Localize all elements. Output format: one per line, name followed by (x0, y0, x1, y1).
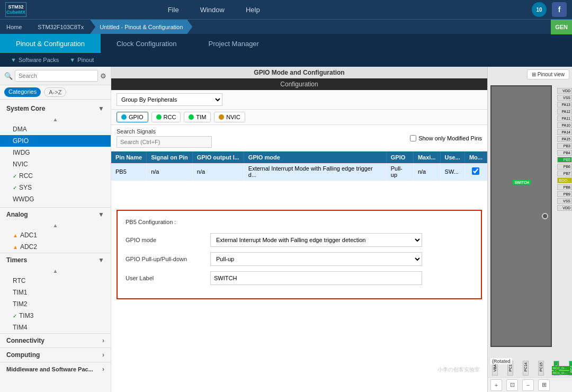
th-gpio-mode[interactable]: GPIO mode (244, 152, 386, 163)
pin-pa13: PA13 (557, 102, 572, 108)
scroll-up-btn[interactable]: ▲ (0, 115, 111, 123)
modified-pins-checkbox[interactable] (410, 135, 416, 141)
chip-body: SWITCH (490, 85, 552, 347)
tab-az[interactable]: A->Z (44, 87, 66, 97)
rcc-osc-out-label: RCC_OSC_OUT (552, 371, 570, 375)
timers-header[interactable]: Timers ▼ (0, 253, 111, 267)
user-label-input[interactable] (210, 271, 422, 285)
pinout-view-button[interactable]: ⊞ Pinout view (527, 69, 569, 79)
tab-categories[interactable]: Categories (4, 87, 41, 97)
computing-header[interactable]: Computing › (0, 348, 111, 362)
breadcrumb-home[interactable]: Home (0, 20, 31, 34)
th-pin-name[interactable]: Pin Name (111, 152, 147, 163)
pin-pa12: PA12 (557, 109, 572, 114)
logo-area: STM32 CubeMX (5, 2, 26, 17)
gpio-tab-rcc[interactable]: RCC (151, 112, 181, 122)
middleware-header[interactable]: Middleware and Software Pac... › (0, 362, 111, 376)
sidebar-item-nvic[interactable]: NVIC (0, 158, 111, 170)
pin-pb7: PB7 (557, 171, 572, 176)
user-label-row: User Label (126, 271, 473, 285)
group-by-select[interactable]: Group By Peripherals (117, 93, 222, 106)
subtab-pinout[interactable]: ▼ Pinout (69, 57, 94, 63)
sidebar-item-tim4[interactable]: TIM4 (0, 322, 111, 333)
sidebar-item-dma[interactable]: DMA (0, 123, 111, 135)
menu-window[interactable]: Window (200, 6, 225, 14)
th-mo[interactable]: Mo... (464, 152, 487, 163)
gpio-pull-select[interactable]: Pull-up (210, 252, 422, 266)
rcc-osc-in-label: RCC_OSC_IN (552, 366, 570, 370)
arrow-icon-2: ▼ (69, 57, 75, 63)
analog-header[interactable]: Analog ▼ (0, 208, 111, 221)
timers-scroll-up[interactable]: ▲ (0, 267, 111, 275)
section-system-core: System Core ▼ ▲ DMA GPIO IWDG NVIC ✓ RCC… (0, 100, 111, 207)
search-signals-label: Search Signals (117, 128, 212, 135)
th-gpio-output[interactable]: GPIO output l... (192, 152, 244, 163)
arrow-icon: ▼ (11, 57, 16, 63)
pin-pb4: PB4 (557, 150, 572, 156)
th-maxi[interactable]: Maxi... (413, 152, 440, 163)
rcc-labels: RCC_OSC_IN RCC_OSC_OUT (552, 366, 572, 375)
tab-pinout[interactable]: Pinout & Configuration (0, 34, 101, 53)
panel-config-bar: Configuration (111, 78, 487, 90)
analog-scroll-up[interactable]: ▲ (0, 221, 111, 229)
breadcrumb: Home STM32F103C8Tx Untitled - Pinout & C… (0, 19, 572, 34)
cell-gpio-mode: External Interrupt Mode with Falling edg… (244, 163, 386, 181)
sidebar-search-bar: 🔍 ⚙ (0, 67, 111, 85)
zoom-out-button[interactable]: − (522, 379, 534, 391)
middleware-arrow-icon: › (102, 366, 104, 373)
search-signals-area: Search Signals Show only Modified Pins (111, 125, 487, 152)
rcc-dot (156, 114, 162, 120)
sidebar-item-rtc[interactable]: RTC (0, 275, 111, 287)
gpio-tab-nvic[interactable]: NVIC (214, 112, 245, 122)
gpio-mode-select[interactable]: External Interrupt Mode with Falling edg… (210, 233, 422, 247)
th-use[interactable]: Use... (440, 152, 464, 163)
sidebar-item-gpio[interactable]: GPIO (0, 135, 111, 147)
cell-signal: n/a (147, 163, 193, 181)
tab-clock[interactable]: Clock Configuration (101, 34, 192, 53)
mo-checkbox[interactable] (472, 167, 479, 175)
user-label-label: User Label (126, 275, 210, 281)
breadcrumb-project[interactable]: Untitled - Pinout & Configuration (90, 20, 192, 34)
connectivity-header[interactable]: Connectivity › (0, 334, 111, 348)
th-gpio[interactable]: GPIO (386, 152, 413, 163)
computing-label: Computing (6, 351, 40, 359)
breadcrumb-device[interactable]: STM32F103C8Tx (31, 20, 90, 34)
sidebar-item-sys[interactable]: ✓ SYS (0, 182, 111, 193)
section-connectivity: Connectivity › (0, 333, 111, 348)
subtab-software-packs[interactable]: ▼ Software Packs (11, 57, 59, 63)
zoom-in-button[interactable]: + (490, 379, 502, 391)
sidebar-item-rcc[interactable]: ✓ RCC (0, 170, 111, 182)
pin-pb6: PB6 (557, 164, 572, 170)
sidebar-item-wwdg[interactable]: WWDG (0, 193, 111, 205)
gpio-mode-label: GPIO mode (126, 237, 210, 243)
sidebar-item-tim3[interactable]: ✓ TIM3 (0, 310, 111, 322)
gpio-tab-tim[interactable]: TIM (184, 112, 211, 122)
search-input[interactable] (15, 70, 98, 82)
check-mark-icon: ✓ (13, 173, 17, 179)
tab-project[interactable]: Project Manager (193, 34, 275, 53)
sidebar-item-adc2[interactable]: ▲ ADC2 (0, 241, 111, 253)
gpio-tabs: GPIO RCC TIM NVIC (111, 110, 487, 125)
menu-file[interactable]: File (168, 6, 179, 14)
generate-button[interactable]: GEN (551, 20, 572, 34)
zoom-fit-button[interactable]: ⊡ (506, 379, 518, 391)
cell-gpio-output: n/a (192, 163, 244, 181)
sidebar-item-tim1[interactable]: TIM1 (0, 287, 111, 298)
analog-collapse-icon: ▼ (98, 211, 104, 218)
version-icon[interactable]: 10 (532, 2, 547, 17)
system-core-header[interactable]: System Core ▼ (0, 102, 111, 115)
bottom-toolbar: + ⊡ − ⊞ (488, 377, 572, 392)
content-area: 🔍 ⚙ Categories A->Z System Core ▼ ▲ DMA … (0, 67, 572, 392)
th-signal[interactable]: Signal on Pin (147, 152, 193, 163)
sidebar-item-iwdg[interactable]: IWDG (0, 147, 111, 158)
sidebar-item-tim2[interactable]: TIM2 (0, 298, 111, 310)
table-row[interactable]: PB5 n/a n/a External Interrupt Mode with… (111, 163, 487, 181)
gpio-tab-gpio[interactable]: GPIO (117, 112, 148, 122)
section-timers: Timers ▼ ▲ RTC TIM1 TIM2 ✓ TIM3 TIM4 (0, 253, 111, 333)
search-signals-input[interactable] (117, 136, 212, 148)
settings-icon[interactable]: ⚙ (100, 72, 106, 80)
zoom-reset-button[interactable]: ⊞ (538, 379, 550, 391)
facebook-icon[interactable]: f (552, 2, 567, 17)
sidebar-item-adc1[interactable]: ▲ ADC1 (0, 229, 111, 241)
menu-help[interactable]: Help (246, 6, 260, 14)
